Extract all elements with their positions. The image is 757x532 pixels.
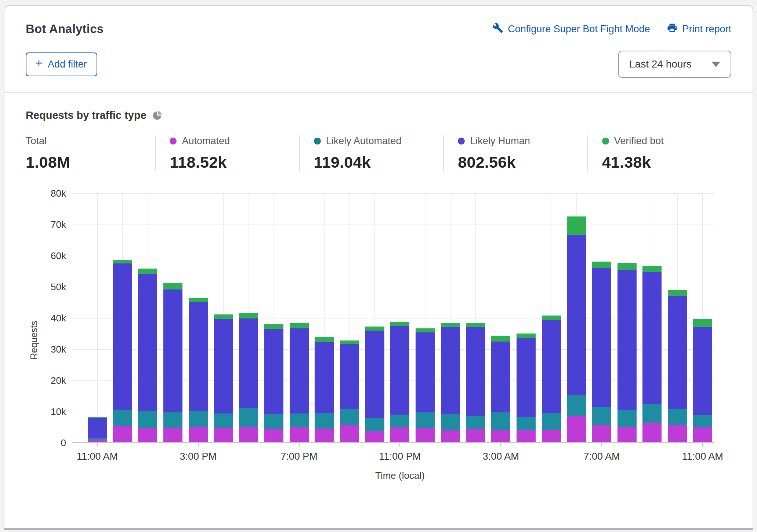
bar-segment-likely-human bbox=[315, 342, 334, 413]
bar-segment-automated bbox=[214, 428, 233, 442]
bar-5-00-am[interactable] bbox=[542, 316, 561, 442]
bar-3-00-am[interactable] bbox=[491, 336, 510, 442]
bar-1-00-am[interactable] bbox=[441, 323, 460, 442]
bar-segment-likely-automated bbox=[189, 411, 208, 427]
bar-segment-likely-human bbox=[88, 418, 107, 438]
x-tick-label: 11:00 PM bbox=[379, 451, 421, 462]
x-axis: Time (local) 11:00 AM3:00 PM7:00 PM11:00… bbox=[72, 443, 714, 487]
bar-segment-automated bbox=[189, 427, 208, 442]
bottom-divider bbox=[4, 528, 753, 530]
bar-segment-verified-bot bbox=[491, 336, 510, 342]
stat-likely-automated[interactable]: Likely Automated119.04k bbox=[299, 135, 443, 171]
bar-8-00-am[interactable] bbox=[617, 263, 637, 442]
bar-segment-likely-human bbox=[416, 332, 435, 412]
bar-2-00-am[interactable] bbox=[466, 323, 485, 442]
bar-segment-likely-automated bbox=[517, 417, 536, 430]
bar-segment-likely-automated bbox=[466, 416, 485, 429]
x-tick-mark bbox=[399, 443, 400, 447]
v-gridline bbox=[97, 193, 98, 442]
x-tick-mark bbox=[601, 443, 602, 447]
y-tick-label: 40k bbox=[51, 313, 66, 324]
bar-10-00-am[interactable] bbox=[668, 290, 687, 442]
bar-segment-likely-human bbox=[189, 302, 208, 411]
bar-11-00-am[interactable] bbox=[88, 417, 107, 442]
bar-8-00-pm[interactable] bbox=[315, 337, 334, 442]
bar-segment-likely-human bbox=[163, 289, 182, 413]
bar-segment-verified-bot bbox=[517, 334, 536, 338]
bar-segment-likely-automated bbox=[264, 414, 283, 429]
bar-5-00-pm[interactable] bbox=[239, 313, 258, 442]
bar-3-00-pm[interactable] bbox=[189, 298, 208, 442]
bar-2-00-pm[interactable] bbox=[163, 283, 182, 442]
bar-1-00-pm[interactable] bbox=[138, 269, 157, 442]
bar-4-00-am[interactable] bbox=[517, 334, 536, 442]
bar-segment-verified-bot bbox=[189, 298, 208, 302]
bar-9-00-am[interactable] bbox=[642, 266, 662, 442]
bar-segment-automated bbox=[668, 425, 687, 442]
plus-icon bbox=[34, 58, 44, 71]
legend-dot bbox=[602, 138, 609, 145]
stat-total[interactable]: Total1.08M bbox=[26, 135, 155, 171]
configure-super-bot-fight-mode-link[interactable]: Configure Super Bot Fight Mode bbox=[492, 22, 650, 36]
bar-11-00-pm[interactable] bbox=[390, 322, 409, 442]
bar-segment-automated bbox=[365, 431, 384, 442]
bar-segment-likely-human bbox=[113, 263, 132, 410]
bar-7-00-am[interactable] bbox=[592, 262, 611, 442]
y-tick-label: 80k bbox=[51, 188, 66, 199]
bar-segment-automated bbox=[693, 427, 712, 442]
bar-segment-verified-bot bbox=[567, 216, 586, 235]
bar-segment-automated bbox=[441, 430, 460, 442]
print-report-link[interactable]: Print report bbox=[667, 22, 731, 36]
bar-segment-likely-human bbox=[567, 235, 586, 395]
time-range-dropdown[interactable]: Last 24 hours bbox=[618, 51, 731, 78]
bar-segment-automated bbox=[239, 427, 258, 442]
stat-value: 41.38k bbox=[602, 153, 731, 171]
x-tick-mark bbox=[198, 443, 199, 447]
bar-segment-likely-automated bbox=[214, 413, 233, 428]
bar-segment-likely-human bbox=[290, 328, 309, 413]
bar-segment-verified-bot bbox=[264, 324, 283, 329]
h-gridline bbox=[72, 193, 714, 194]
stat-label: Likely Automated bbox=[326, 135, 402, 147]
bar-segment-likely-automated bbox=[239, 408, 258, 427]
h-gridline bbox=[72, 256, 714, 256]
bar-segment-automated bbox=[592, 425, 611, 442]
bar-segment-verified-bot bbox=[542, 316, 561, 320]
bar-6-00-pm[interactable] bbox=[264, 324, 283, 442]
print-link-label: Print report bbox=[682, 23, 731, 35]
bar-segment-likely-automated bbox=[416, 412, 435, 428]
y-axis-labels: 010k20k30k40k50k60k70k80k bbox=[42, 193, 72, 443]
add-filter-label: Add filter bbox=[48, 59, 87, 70]
bar-12-00-pm[interactable] bbox=[113, 260, 132, 442]
y-tick-label: 70k bbox=[51, 219, 66, 230]
stat-value: 802.56k bbox=[458, 153, 587, 171]
add-filter-button[interactable]: Add filter bbox=[26, 52, 97, 76]
x-tick-mark bbox=[299, 443, 300, 447]
bar-10-00-pm[interactable] bbox=[365, 327, 384, 442]
configure-link-label: Configure Super Bot Fight Mode bbox=[508, 23, 650, 35]
bar-segment-verified-bot bbox=[163, 283, 182, 289]
x-tick-mark bbox=[97, 443, 98, 447]
header: Bot Analytics Configure Super Bot Fight … bbox=[4, 6, 753, 93]
bar-segment-likely-human bbox=[668, 296, 687, 409]
bar-7-00-pm[interactable] bbox=[290, 323, 309, 442]
bar-segment-verified-bot bbox=[693, 319, 712, 327]
bar-4-00-pm[interactable] bbox=[214, 314, 233, 442]
bar-6-00-am[interactable] bbox=[567, 216, 586, 442]
legend-dot bbox=[458, 138, 465, 145]
bar-segment-likely-automated bbox=[163, 412, 182, 428]
bar-12-00-am[interactable] bbox=[416, 328, 435, 442]
stat-value: 1.08M bbox=[26, 153, 155, 171]
bar-segment-verified-bot bbox=[214, 314, 233, 320]
bar-11-00-am[interactable] bbox=[693, 319, 712, 442]
bar-9-00-pm[interactable] bbox=[340, 340, 359, 442]
bar-segment-verified-bot bbox=[290, 323, 309, 328]
bar-segment-likely-automated bbox=[365, 418, 384, 431]
wrench-icon bbox=[492, 22, 503, 36]
h-gridline bbox=[72, 225, 714, 225]
stat-verified-bot[interactable]: Verified bot41.38k bbox=[587, 135, 731, 171]
stat-automated[interactable]: Automated118.52k bbox=[155, 135, 299, 171]
bar-segment-likely-human bbox=[491, 342, 510, 412]
stat-likely-human[interactable]: Likely Human802.56k bbox=[443, 135, 587, 171]
page-title: Bot Analytics bbox=[26, 22, 104, 36]
